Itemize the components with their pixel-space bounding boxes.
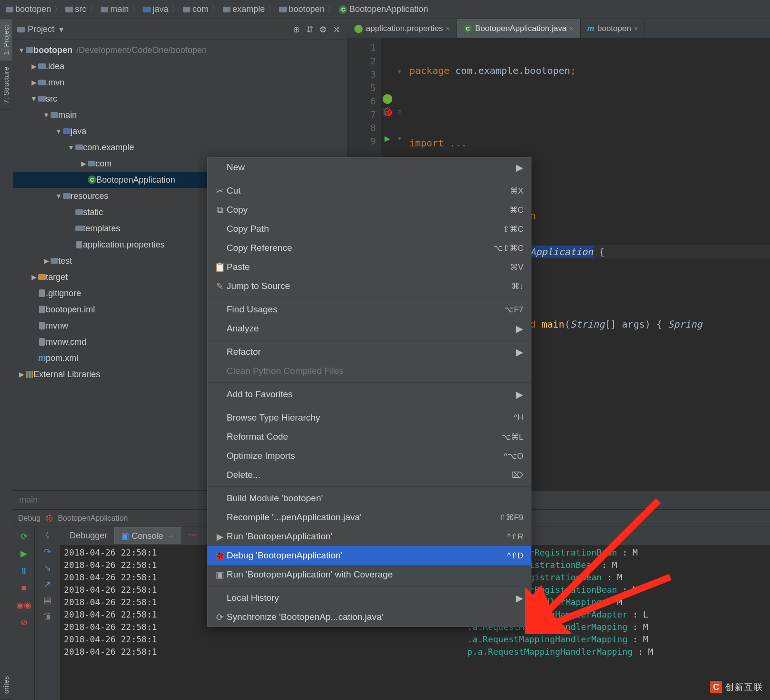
menu-item[interactable]: 📋Paste⌘V <box>208 257 531 277</box>
menu-item[interactable]: New▶ <box>208 158 531 177</box>
tree-root[interactable]: ▼ bootopen/Development/CodeOne/bootopen <box>13 42 347 58</box>
close-icon[interactable]: × <box>634 25 638 32</box>
crumb-example[interactable]: example <box>221 4 267 14</box>
rerun-icon[interactable]: ⟳ <box>18 530 30 543</box>
log-line: 2018-04-26 22:58:1 .a.RequestMappingHand… <box>64 633 766 646</box>
menu-item[interactable]: Delete...⌦ <box>208 465 531 484</box>
menu-item[interactable]: ✂Cut⌘X <box>208 181 531 200</box>
menu-item[interactable]: ⧉Copy⌘C <box>208 200 531 219</box>
package-icon <box>223 6 230 13</box>
crumb-src[interactable]: src <box>63 4 88 14</box>
locate-icon[interactable]: ⊕ <box>290 24 303 35</box>
gear-icon[interactable]: ⚙ <box>316 24 330 35</box>
crumb-bootopen[interactable]: bootopen <box>277 4 326 14</box>
paste-icon: 📋 <box>213 262 227 273</box>
chevron-right-icon: 〉 <box>131 4 141 15</box>
breadcrumb: bootopen〉 src〉 main〉 java〉 com〉 example〉… <box>0 0 770 19</box>
spring-icon[interactable]: ⬤ <box>381 92 394 105</box>
frames-icon[interactable]: ▤ <box>43 595 52 606</box>
fold-icon[interactable]: ⊞ <box>395 132 405 145</box>
menu-item[interactable]: Analyze▶ <box>208 319 531 338</box>
endpoints-icon[interactable]: 〰 <box>181 528 203 544</box>
editor-tab[interactable]: ⬤application.properties× <box>347 19 457 38</box>
context-menu: New▶✂Cut⌘X⧉Copy⌘C Copy Path⇧⌘C Copy Refe… <box>207 157 531 627</box>
menu-item[interactable]: Recompile '...penApplication.java'⇧⌘F9 <box>208 508 531 527</box>
sidebar-tab-favorites[interactable]: orites <box>0 670 12 700</box>
menu-item[interactable]: Copy Path⇧⌘C <box>208 219 531 238</box>
folder-icon <box>101 6 108 13</box>
tree-item[interactable]: ▼ src <box>13 91 347 107</box>
close-icon[interactable]: × <box>570 25 573 32</box>
editor-tab[interactable]: BootopenApplication.java× <box>457 19 581 38</box>
step-over-icon[interactable]: ↷ <box>44 546 51 557</box>
close-icon[interactable]: × <box>446 25 450 32</box>
tab-console[interactable]: ▣ Console → <box>114 527 181 544</box>
menu-item[interactable]: 🐞Debug 'BootopenApplication'^⇧D <box>208 546 531 565</box>
sidebar-tab-structure[interactable]: 7: Structure <box>0 61 12 110</box>
crumb-root[interactable]: bootopen <box>4 4 53 14</box>
menu-item[interactable]: Copy Reference⌥⇧⌘C <box>208 238 531 257</box>
coverage-icon: ▣ <box>213 569 227 580</box>
tab-debugger[interactable]: Debugger <box>63 528 114 544</box>
menu-item[interactable]: Optimize Imports^⌥O <box>208 446 531 465</box>
menu-item[interactable]: Reformat Code⌥⌘L <box>208 427 531 446</box>
collapse-icon[interactable]: ⇵ <box>303 24 316 35</box>
show-exec-icon[interactable]: ⤹ <box>44 530 51 541</box>
class-gutter-icon[interactable]: 🐞 <box>381 105 394 118</box>
crumb-java[interactable]: java <box>141 4 170 14</box>
tree-item[interactable]: ▶ .mvn <box>13 74 347 91</box>
stop-icon[interactable]: ■ <box>18 582 30 594</box>
tree-item[interactable]: ▼ main <box>13 107 347 123</box>
fold-icon[interactable]: ⊟ <box>395 105 405 118</box>
view-breakpoints-icon[interactable]: ◉◉ <box>18 599 30 611</box>
crumb-main[interactable]: main <box>99 4 131 14</box>
tree-item[interactable]: ▼ com.example <box>13 139 347 155</box>
menu-item[interactable]: ✎Jump to Source⌘↓ <box>208 277 531 296</box>
step-into-icon[interactable]: ↘ <box>44 563 51 573</box>
project-title: Project <box>25 24 54 34</box>
menu-item[interactable]: Find Usages⌥F7 <box>208 300 531 319</box>
menu-item: Clean Python Compiled Files <box>208 361 531 381</box>
maven-icon: m <box>587 24 594 33</box>
sidebar-tab-project[interactable]: 1: Project <box>0 19 12 61</box>
menu-item[interactable]: Local History▶ <box>208 588 531 607</box>
chevron-down-icon[interactable]: ▾ <box>54 24 68 35</box>
package-icon <box>279 6 287 13</box>
class-icon <box>464 24 472 33</box>
chevron-right-icon: 〉 <box>267 4 277 15</box>
tree-item[interactable]: ▶ .idea <box>13 58 347 74</box>
chevron-right-icon: 〉 <box>210 4 221 15</box>
chevron-right-icon: 〉 <box>88 4 99 15</box>
menu-item[interactable]: Browse Type Hierarchy^H <box>208 408 531 427</box>
menu-item[interactable]: ⟳Synchronize 'BootopenAp...cation.java' <box>208 607 531 627</box>
menu-item[interactable]: Refactor▶ <box>208 342 531 361</box>
editor-tab[interactable]: mbootopen× <box>581 19 645 38</box>
menu-item[interactable]: Build Module 'bootopen' <box>208 489 531 508</box>
trash-icon[interactable]: 🗑 <box>43 611 52 621</box>
menu-item[interactable]: ▣Run 'BootopenApplication' with Coverage <box>208 565 531 584</box>
step-out-icon[interactable]: ↗ <box>44 579 51 589</box>
menu-item[interactable]: ▶Run 'BootopenApplication'^⇧R <box>208 527 531 546</box>
folder-icon <box>143 6 151 13</box>
jump-icon: ✎ <box>213 281 227 292</box>
resume-icon[interactable]: ▶ <box>18 547 30 560</box>
hide-icon[interactable]: ⤭ <box>330 24 343 35</box>
project-icon <box>17 26 25 33</box>
package-icon <box>183 6 190 13</box>
menu-item[interactable]: Add to Favorites▶ <box>208 385 531 404</box>
project-panel-header: Project ▾ ⊕ ⇵ ⚙ ⤭ <box>13 19 347 40</box>
tree-item[interactable]: ▼ java <box>13 123 347 139</box>
run-gutter-icon[interactable]: ▶ <box>381 132 394 145</box>
chevron-right-icon: 〉 <box>170 4 181 15</box>
crumb-com[interactable]: com <box>181 4 210 14</box>
copy-icon: ⧉ <box>213 205 227 215</box>
debug-toolbar: ⟳ ▶ ⏸ ■ ◉◉ ⊘ <box>13 526 34 700</box>
log-line: 2018-04-26 22:58:1 p.a.RequestMappingHan… <box>64 646 766 658</box>
pause-icon[interactable]: ⏸ <box>18 565 30 577</box>
crumb-class[interactable]: BootopenApplication <box>337 4 430 14</box>
logo-icon: C <box>710 681 722 693</box>
sync-icon: ⟳ <box>213 612 227 623</box>
fold-icon[interactable]: ⊞ <box>395 65 405 78</box>
run-icon: ▶ <box>213 531 227 542</box>
mute-breakpoints-icon[interactable]: ⊘ <box>18 616 30 628</box>
